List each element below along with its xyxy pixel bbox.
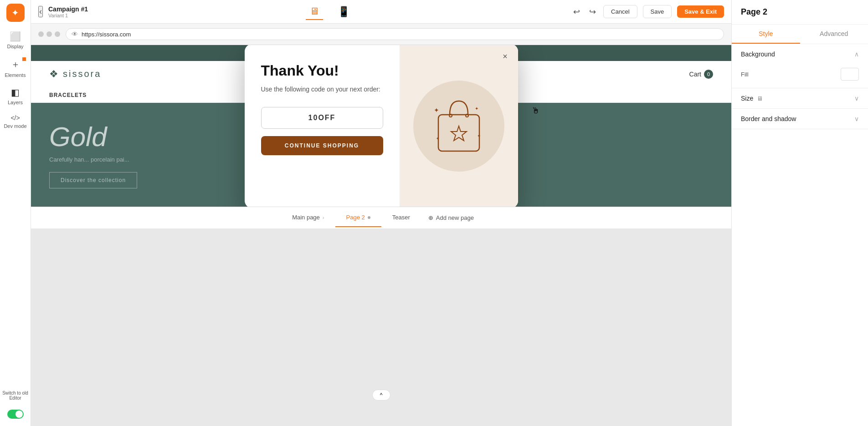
toolbar-center: 🖥 📱	[93, 4, 566, 20]
browser-dots	[38, 31, 60, 37]
border-shadow-section-header[interactable]: Border and shadow ∨	[732, 109, 868, 129]
save-button[interactable]: Save	[643, 5, 672, 18]
size-screen-icon: 🖥	[757, 95, 763, 102]
tab-teaser-label: Teaser	[392, 214, 410, 221]
popup-description: Use the following code on your next orde…	[261, 85, 383, 94]
sidebar-item-layers[interactable]: ◧ Layers	[0, 83, 31, 109]
save-exit-button[interactable]: Save & Exit	[677, 5, 724, 18]
right-panel-header: Page 2	[732, 0, 868, 25]
toolbar-right: ↩ ↪ Cancel Save Save & Exit	[571, 5, 724, 19]
fill-color-picker[interactable]	[841, 68, 859, 81]
top-toolbar: ‹ Campaign #1 Variant 1 🖥 📱 ↩ ↪ Cancel S…	[31, 0, 731, 24]
url-text: https://sissora.com	[82, 31, 131, 38]
redo-button[interactable]: ↪	[587, 5, 598, 19]
chevron-up-icon: ^	[380, 392, 383, 398]
old-editor-toggle[interactable]	[7, 410, 24, 419]
tab-dot	[368, 216, 370, 219]
tab-teaser[interactable]: Teaser	[381, 208, 421, 227]
svg-point-2	[449, 114, 452, 117]
svg-text:✦: ✦	[434, 106, 439, 114]
tab-main-page-label: Main page	[292, 214, 320, 221]
size-section-title: Size	[741, 95, 753, 102]
undo-button[interactable]: ↩	[571, 5, 582, 19]
canvas-area: 👁 https://sissora.com Free shipping on a…	[31, 24, 731, 426]
background-section-body: Fill	[732, 64, 868, 88]
mobile-device-button[interactable]: 📱	[334, 4, 354, 20]
add-new-page-button[interactable]: ⊕ Add new page	[421, 209, 481, 227]
main-area: ‹ Campaign #1 Variant 1 🖥 📱 ↩ ↪ Cancel S…	[31, 0, 731, 426]
sidebar-item-label: Elements	[5, 72, 26, 78]
display-icon: ⬜	[10, 31, 21, 42]
left-sidebar: ✦ ⬜ Display ＋ Elements ◧ Layers </> Dev …	[0, 0, 31, 426]
sidebar-item-label: Display	[7, 44, 23, 49]
desktop-icon: 🖥	[309, 5, 319, 17]
svg-text:✦: ✦	[477, 133, 481, 138]
border-shadow-section-title: Border and shadow	[741, 115, 796, 122]
panel-section-size: Size 🖥 ∨	[732, 88, 868, 109]
toggle-wrap	[7, 406, 24, 422]
popup-close-button[interactable]: ×	[499, 51, 512, 63]
sidebar-item-elements[interactable]: ＋ Elements	[0, 55, 31, 81]
sidebar-item-display[interactable]: ⬜ Display	[0, 27, 31, 53]
sidebar-item-devmode[interactable]: </> Dev mode	[0, 111, 31, 132]
eye-icon: 👁	[72, 30, 78, 38]
popup-title: Thank You!	[261, 62, 383, 79]
logo-icon: ✦	[11, 7, 19, 18]
size-chevron-icon: ∨	[854, 95, 859, 102]
campaign-info: Campaign #1 Variant 1	[48, 5, 88, 18]
fill-row: Fill	[741, 68, 859, 81]
svg-marker-1	[451, 126, 467, 141]
tab-page2-label: Page 2	[346, 214, 365, 221]
continue-shopping-button[interactable]: CONTINUE SHOPPING	[261, 136, 383, 155]
svg-rect-0	[438, 115, 479, 151]
cancel-button[interactable]: Cancel	[603, 5, 637, 18]
layers-icon: ◧	[11, 87, 20, 98]
tab-main-page[interactable]: Main page ›	[281, 208, 335, 227]
devmode-icon: </>	[10, 114, 20, 122]
sidebar-item-label: Layers	[8, 100, 23, 105]
tab-style[interactable]: Style	[732, 25, 800, 44]
size-section-header[interactable]: Size 🖥 ∨	[732, 88, 868, 108]
back-button[interactable]: ‹	[38, 6, 43, 17]
popup: Thank You! Use the following code on you…	[245, 45, 518, 207]
browser-url-bar[interactable]: 👁 https://sissora.com	[66, 28, 724, 40]
browser-dot-3	[55, 31, 60, 37]
sidebar-item-label: Dev mode	[4, 123, 26, 129]
shopping-bag-illustration: ✦ ✦ ✦ ✦	[429, 92, 488, 160]
border-shadow-chevron-icon: ∨	[854, 115, 859, 122]
switch-to-old-editor[interactable]: Switch to old Editor	[0, 387, 31, 404]
popup-code-box: 10OFF	[261, 107, 383, 129]
website-preview: Free shipping on all orders to US, Canad…	[31, 45, 731, 207]
right-panel-body: Background ∧ Fill Size 🖥 ∨	[732, 44, 868, 426]
svg-text:✦: ✦	[475, 106, 478, 111]
browser-dot-1	[38, 31, 44, 37]
app-logo[interactable]: ✦	[6, 4, 25, 22]
bottom-tabs: Main page › Page 2 Teaser ⊕ Add new page	[31, 207, 731, 228]
desktop-device-button[interactable]: 🖥	[306, 4, 323, 20]
chevron-toggle[interactable]: ^	[372, 390, 390, 401]
add-icon: ⊕	[428, 214, 433, 221]
tab-advanced[interactable]: Advanced	[800, 25, 868, 44]
panel-section-background: Background ∧ Fill	[732, 44, 868, 88]
tab-arrow-icon: ›	[323, 215, 324, 220]
right-panel: Page 2 Style Advanced Background ∧ Fill	[731, 0, 868, 426]
right-panel-tabs: Style Advanced	[732, 25, 868, 44]
svg-text:✦: ✦	[436, 137, 439, 141]
popup-right: ✦ ✦ ✦ ✦	[400, 45, 518, 207]
browser-dot-2	[46, 31, 52, 37]
svg-point-3	[466, 114, 468, 117]
browser-chrome: 👁 https://sissora.com	[31, 24, 731, 45]
campaign-name: Campaign #1	[48, 5, 88, 13]
background-section-header[interactable]: Background ∧	[732, 44, 868, 64]
popup-left: Thank You! Use the following code on you…	[245, 45, 400, 207]
elements-icon: ＋	[11, 58, 20, 71]
mobile-icon: 📱	[338, 6, 350, 18]
background-chevron-icon: ∧	[854, 51, 859, 58]
background-section-title: Background	[741, 51, 775, 58]
tab-page2[interactable]: Page 2	[335, 208, 381, 227]
popup-overlay: Thank You! Use the following code on you…	[31, 45, 731, 207]
variant-name: Variant 1	[48, 13, 88, 18]
right-panel-title: Page 2	[741, 7, 859, 17]
panel-section-border-shadow: Border and shadow ∨	[732, 109, 868, 129]
fill-label: Fill	[741, 71, 749, 78]
